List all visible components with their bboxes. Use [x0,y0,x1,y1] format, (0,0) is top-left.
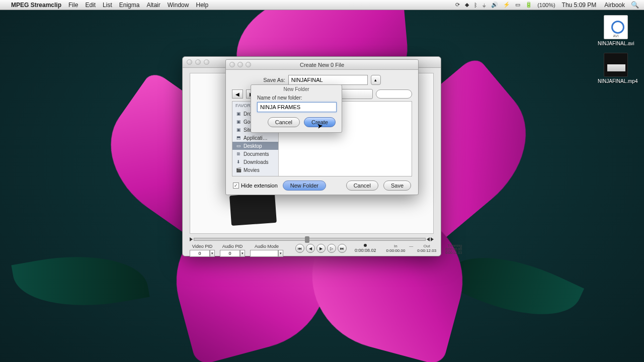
play-button[interactable]: ▶ [316,244,326,253]
battery-icon[interactable]: 🔋 [525,2,532,8]
timeline-track[interactable] [194,238,426,241]
wifi-icon[interactable]: ⏚ [482,2,486,8]
bluetooth-icon[interactable]: ᛒ [474,2,477,8]
save-dialog-titlebar[interactable]: Create New 0 File [226,60,418,70]
new-folder-dialog: New Folder Name of new folder: Cancel Cr… [251,84,342,133]
ffwd-button[interactable]: ⏭ [338,244,347,253]
new-folder-button[interactable]: New Folder [283,180,326,191]
sidebar-item-movies[interactable]: 🎬Movies [232,166,278,174]
sheet-minimize-icon[interactable] [237,62,243,67]
avi-file-icon [604,15,628,39]
documents-icon: 🗎 [235,151,242,157]
menubar: MPEG Streamclip File Edit List Enigma Al… [0,0,644,10]
volume-icon[interactable]: 🔊 [491,2,498,8]
nav-back-button[interactable]: ◀ [232,89,243,99]
sidebar-item-label: Music [244,175,257,176]
video-pid-stepper[interactable]: ▾ [210,250,215,257]
sheet-close-icon[interactable] [229,62,235,67]
desktop-icon: ▭ [235,143,242,149]
step-fwd-button[interactable]: ▷ [327,244,336,253]
sync-icon[interactable]: ⟳ [455,2,460,8]
cursor-icon: ➤ [316,121,324,130]
video-frame-thumb [229,193,277,226]
menu-help[interactable]: Help [196,2,208,9]
menu-list[interactable]: List [103,2,112,9]
out-label: Out [417,244,436,248]
controls-bar: Video PID ▾ Audio PID ▾ Audio Mode ▾ ⏮ ◀… [183,242,441,262]
audio-pid-input[interactable] [220,250,240,257]
menu-altair[interactable]: Altair [146,2,160,9]
sidebar-item-downloads[interactable]: ⬇Downloads [232,158,278,166]
applications-icon: ⬒ [235,135,242,141]
zoom-icon[interactable] [204,59,209,65]
sheet-zoom-icon[interactable] [246,62,251,67]
sidebar-item-desktop[interactable]: ▭Desktop [232,142,278,150]
trimming-end: 0:00:12.03 [445,251,462,254]
expand-collapse-button[interactable]: ▴ [371,75,381,85]
new-folder-cancel-button[interactable]: Cancel [268,117,300,127]
display-icon[interactable]: ▭ [515,2,520,8]
charge-icon[interactable]: ⚡ [503,2,510,8]
trimming-start: 0:00:00.00 [445,247,462,251]
close-icon[interactable] [187,59,192,65]
dropbox-icon[interactable]: ◆ [465,2,469,8]
sidebar-item-applications[interactable]: ⬒Applicati… [232,134,278,142]
audio-mode-label: Audio Mode [255,244,279,249]
timeline-playhead[interactable] [305,236,309,243]
sidebar-item-documents[interactable]: 🗎Documents [232,150,278,158]
menu-enigma[interactable]: Enigma [119,2,140,9]
battery-percent: (100%) [537,2,555,8]
save-dialog-title: Create New 0 File [300,62,344,68]
video-pid-label: Video PID [192,244,212,249]
timeline-step-back-icon[interactable] [427,237,430,241]
record-indicator-icon [364,244,367,247]
in-label: In [386,244,406,248]
menu-edit[interactable]: Edit [85,2,96,9]
new-folder-name-field[interactable] [257,102,337,112]
sidebar-item-label: Applicati… [244,135,268,141]
menu-file[interactable]: File [68,2,78,9]
folder-icon: ▣ [235,119,242,125]
movies-icon: 🎬 [235,167,242,173]
downloads-icon: ⬇ [235,159,242,165]
hide-extension-checkbox[interactable]: ✓ Hide extension [233,183,278,189]
minimize-icon[interactable] [195,59,201,65]
new-folder-title: New Folder [251,85,342,95]
save-button[interactable]: Save [383,180,411,191]
menubar-clock[interactable]: Thu 5:09 PM [562,2,597,9]
timeline-end-icon[interactable] [431,237,434,241]
current-timecode: 0:00:08.02 [355,248,376,253]
music-icon: ♪ [235,175,242,176]
out-value: 0:00:12.03 [417,248,436,253]
video-pid-input[interactable] [190,250,210,257]
transport-controls: ⏮ ◀ ▶ ▷ ⏭ [295,244,347,253]
audio-pid-label: Audio PID [222,244,243,249]
audio-pid-stepper[interactable]: ▾ [240,250,245,257]
app-name[interactable]: MPEG Streamclip [11,2,61,9]
menubar-user[interactable]: Airbook [604,2,625,9]
sidebar-item-music[interactable]: ♪Music [232,174,278,176]
sidebar-item-label: Documents [244,151,269,157]
timeline[interactable] [190,237,434,242]
step-back-button[interactable]: ◀ [306,244,315,253]
save-as-label: Save As: [263,77,285,83]
sidebar-item-label: Movies [244,167,260,173]
new-folder-label: Name of new folder: [251,95,342,102]
cancel-button[interactable]: Cancel [346,180,378,191]
audio-mode-input[interactable] [250,250,278,257]
save-as-field[interactable] [288,75,368,85]
timeline-start-icon[interactable] [190,237,193,241]
desktop-file-mp4[interactable]: NINJAFINAL.mp4 [598,53,634,84]
menu-window[interactable]: Window [168,2,189,9]
mp4-file-icon [604,53,628,77]
sidebar-item-label: Desktop [244,143,262,149]
search-field[interactable] [376,89,412,99]
sidebar-item-label: Downloads [244,159,268,165]
checkbox-icon: ✓ [233,183,239,189]
desktop-file-avi[interactable]: NINJAFINAL.avi [598,15,634,46]
spotlight-icon[interactable]: 🔍 [631,1,639,9]
trimming-label: Trimming [445,244,462,247]
audio-mode-stepper[interactable]: ▾ [278,250,283,257]
rewind-button[interactable]: ⏮ [295,244,304,253]
mp4-file-label: NINJAFINAL.mp4 [598,78,634,84]
